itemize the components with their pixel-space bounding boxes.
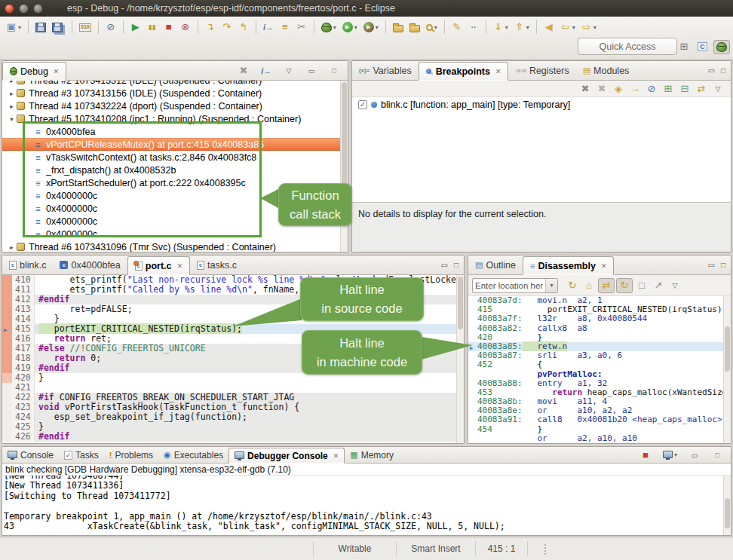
disassembly-ruler-cell[interactable]	[468, 370, 477, 379]
annotation-ruler-cell[interactable]: ▶	[2, 324, 12, 334]
annotation-ruler-cell[interactable]	[2, 383, 12, 393]
location-combo[interactable]: ▾	[472, 278, 558, 293]
combo-dropdown-icon[interactable]: ▾	[545, 279, 557, 292]
tab-console[interactable]: Console	[2, 447, 59, 463]
sync-with-active-context-button[interactable]: ⇄	[598, 278, 615, 293]
skip-all-breakpoints-button[interactable]: ⊘	[644, 82, 659, 96]
disassembly-ruler-cell[interactable]	[468, 333, 477, 342]
console-output[interactable]: [New Thread 1073468744][New Thread 10734…	[4, 476, 723, 535]
search-button[interactable]: ▾	[424, 23, 440, 32]
stack-frame-row[interactable]: ≡vTaskSwitchContext() at tasks.c:2,846 0…	[2, 151, 340, 164]
dropdown-caret-icon[interactable]: ▾	[333, 24, 336, 31]
tab-debug[interactable]: Debug ✕	[2, 62, 66, 81]
back-history-button[interactable]: ◀	[541, 20, 557, 34]
disassembly-ruler-cell[interactable]	[468, 406, 477, 415]
maximize-panel-icon[interactable]: □	[454, 261, 459, 269]
disassembly-ruler-cell[interactable]	[468, 314, 477, 323]
skip-all-breakpoints-button[interactable]: ⊘	[103, 20, 118, 34]
view-menu-button[interactable]: ▽	[667, 279, 682, 292]
remove-all-terminated-button[interactable]: ✖	[236, 64, 251, 78]
stack-frame-row[interactable]: ≡vPortCPUReleaseMutex() at port.c:415 0x…	[2, 138, 340, 151]
disconnect-button[interactable]: ⊗	[178, 20, 193, 34]
tab-executables[interactable]: ◉ Executables	[158, 447, 228, 463]
annotation-ruler-cell[interactable]	[2, 373, 12, 383]
instruction-stepping-button[interactable]: i→	[261, 20, 276, 34]
annotation-ruler-cell[interactable]	[2, 412, 12, 422]
home-button[interactable]: ⌂	[581, 279, 597, 292]
editor-scrollbar[interactable]	[456, 275, 464, 443]
tree-expander-icon[interactable]: ▾	[7, 115, 17, 123]
editor-presentation-button[interactable]: ··	[466, 20, 481, 34]
scrollbar-thumb[interactable]	[725, 326, 730, 372]
dropdown-caret-icon[interactable]: ▾	[674, 451, 677, 458]
thread-row[interactable]: ▾Thread #5 1073410208 (ipc1 : Running) (…	[2, 112, 340, 125]
disassembly-ruler-cell[interactable]	[468, 305, 477, 314]
annotation-ruler-cell[interactable]	[2, 402, 12, 412]
annotation-ruler-cell[interactable]	[2, 422, 12, 432]
tab-debugger-console[interactable]: Debugger Console ✕	[228, 448, 345, 464]
new-wizard-button[interactable]: ▣▾	[4, 20, 23, 34]
remove-all-breakpoints-button[interactable]: ✖	[594, 82, 609, 96]
tab-tasks[interactable]: ✓ Tasks	[59, 447, 104, 463]
scrollbar-thumb[interactable]	[458, 277, 463, 329]
console-scrollbar[interactable]	[723, 476, 731, 535]
thread-row[interactable]: ▸Thread #4 1073432224 (dport) (Suspended…	[2, 99, 340, 112]
disassembly-ruler-cell[interactable]	[468, 379, 477, 388]
tab-disassembly[interactable]: ≡ Disassembly ✕	[523, 256, 614, 275]
tab-tasks-c[interactable]: c tasks.c	[190, 256, 244, 274]
maximize-button[interactable]: □	[327, 64, 342, 78]
dropdown-caret-icon[interactable]: ▾	[434, 24, 437, 31]
link-with-debug-view-button[interactable]: ⇄	[694, 82, 709, 96]
dropdown-caret-icon[interactable]: ▾	[572, 24, 575, 31]
maximize-button[interactable]	[33, 4, 43, 14]
tree-expander-icon[interactable]: ▸	[7, 103, 17, 110]
cpp-perspective-button[interactable]: C	[695, 41, 710, 53]
line-number[interactable]: 426	[12, 432, 35, 442]
dropdown-caret-icon[interactable]: ▾	[18, 24, 21, 31]
step-over-button[interactable]: ↷	[219, 20, 235, 34]
annotation-ruler-cell[interactable]	[2, 275, 12, 285]
dropdown-caret-icon[interactable]: ▾	[593, 24, 597, 31]
thread-row[interactable]: ▸Thread #3 1073413156 (IDLE) (Suspended …	[2, 87, 340, 99]
tree-expander-icon[interactable]: ▸	[7, 243, 17, 251]
tab-modules[interactable]: ▤ Modules	[576, 61, 636, 80]
tab-variables[interactable]: (x)= Variables	[352, 61, 419, 80]
step-into-button[interactable]: ↴	[203, 20, 218, 34]
close-tab-icon[interactable]: ✕	[177, 262, 183, 270]
open-new-view-button[interactable]: □	[634, 279, 649, 292]
close-tab-icon[interactable]: ✕	[601, 262, 607, 270]
tab-problems[interactable]: ! Problems	[104, 447, 158, 463]
close-tab-icon[interactable]: ✕	[495, 68, 501, 75]
annotation-ruler-cell[interactable]	[2, 295, 12, 304]
mark-occurrences-button[interactable]: ✎	[449, 20, 465, 34]
terminate-console-button[interactable]: ■	[638, 448, 653, 462]
run-button[interactable]: ▶▾	[340, 20, 360, 34]
back-button[interactable]: ⇦▾	[558, 20, 578, 34]
annotation-ruler-cell[interactable]	[2, 304, 12, 314]
minimize-button[interactable]: ▭	[687, 448, 702, 462]
save-button[interactable]	[33, 21, 48, 34]
new-cpp-wizard-button[interactable]	[391, 21, 406, 34]
debug-button[interactable]: ▾	[319, 21, 339, 34]
show-breakpoints-for-target-button[interactable]: ◈	[611, 82, 626, 96]
track-current-location-button[interactable]: ↻	[616, 278, 633, 293]
thread-row[interactable]: ▸Thread #2 1073413312 (IDLE) (Suspended …	[2, 81, 340, 87]
annotation-ruler-cell[interactable]	[2, 363, 12, 373]
remove-selected-breakpoints-button[interactable]: ✖	[578, 82, 593, 96]
step-return-button[interactable]: ↰	[236, 20, 251, 34]
minimize-button[interactable]	[19, 4, 29, 14]
maximize-button[interactable]: □	[710, 448, 725, 462]
breakpoints-list[interactable]: ✓ blink.c [function: app_main] [type: Te…	[352, 97, 731, 205]
tree-expander-icon[interactable]: ▸	[7, 90, 17, 97]
disassembly-ruler-cell[interactable]: ▶	[468, 342, 477, 351]
maximize-panel-icon[interactable]: □	[721, 261, 725, 269]
suspend-button[interactable]: ▮▮	[145, 20, 160, 34]
use-step-filters-button[interactable]: ≡	[278, 20, 293, 34]
disassembly-ruler-cell[interactable]	[468, 296, 477, 305]
close-tab-icon[interactable]: ✕	[54, 68, 60, 75]
collapse-all-button[interactable]: ⊟	[677, 82, 692, 96]
status-drag-handle[interactable]	[544, 544, 547, 555]
disassembly-ruler-cell[interactable]	[468, 388, 477, 397]
disassembly-ruler-cell[interactable]	[468, 351, 477, 360]
stack-frame-row[interactable]: ≡0x4000bfea	[2, 125, 340, 138]
